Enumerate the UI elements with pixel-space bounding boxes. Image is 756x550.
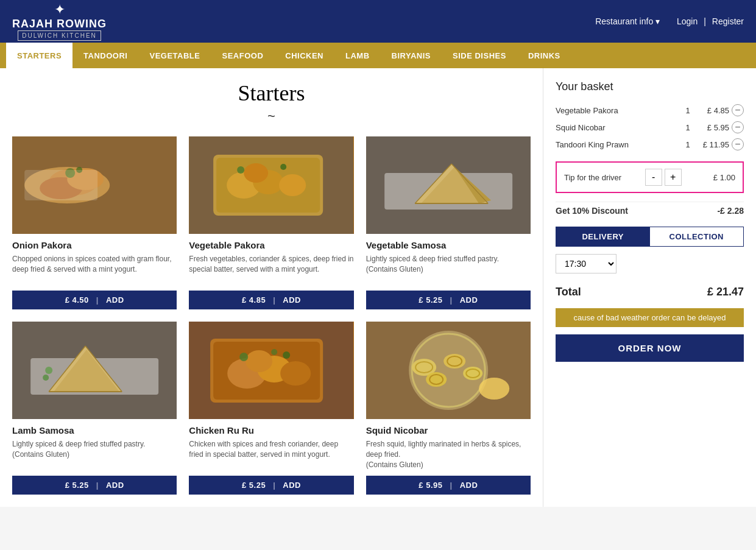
basket-item-price: £ 11.95 xyxy=(699,140,729,149)
nav-item-chicken[interactable]: CHICKEN xyxy=(274,43,334,68)
logo-sub: DULWICH KITCHEN xyxy=(18,30,101,41)
discount-amount: -£ 2.28 xyxy=(717,206,744,216)
delivery-collection-toggle: DELIVERY COLLECTION xyxy=(556,227,744,247)
food-desc-lamb-samosa: Lightly spiced & deep fried stuffed past… xyxy=(12,439,177,470)
nav-item-tandoori[interactable]: TANDOORI xyxy=(72,43,138,68)
food-desc-vegetable-samosa: Lightly spiced & deep fried stuffed past… xyxy=(366,254,531,284)
tip-plus-button[interactable]: + xyxy=(665,169,682,186)
section-title: Starters xyxy=(12,80,531,106)
food-card-squid-nicobar: Squid Nicobar Fresh squid, lightly marin… xyxy=(366,322,531,495)
price-lamb-samosa: £ 5.25 xyxy=(65,481,89,490)
basket-item: Squid Nicobar 1 £ 5.95 − xyxy=(556,119,744,136)
svg-point-33 xyxy=(43,375,49,381)
order-now-button[interactable]: ORDER NOW xyxy=(556,334,744,362)
food-card-chicken-ruru: Chicken Ru Ru Chicken with spices and fr… xyxy=(189,322,353,495)
price-chicken-ruru: £ 5.25 xyxy=(242,481,266,490)
restaurant-info-button[interactable]: Restaurant info ▾ xyxy=(595,16,660,26)
svg-point-43 xyxy=(271,349,277,355)
login-link[interactable]: Login xyxy=(677,16,698,26)
discount-label: Get 10% Discount xyxy=(556,206,628,216)
nav-item-starters[interactable]: STARTERS xyxy=(6,43,72,68)
food-image-vegetable-samosa xyxy=(366,136,531,234)
logo: ✦ RAJAH ROWING DULWICH KITCHEN xyxy=(12,2,107,41)
nav-item-side-dishes[interactable]: SIDE DISHES xyxy=(442,43,517,68)
food-desc-vegetable-pakora: Fresh vegetables, coriander & spices, de… xyxy=(189,254,353,284)
food-card-vegetable-samosa: Vegetable Samosa Lightly spiced & deep f… xyxy=(366,136,531,309)
chevron-down-icon: ▾ xyxy=(655,16,660,26)
svg-point-14 xyxy=(244,163,268,183)
discount-row: Get 10% Discount -£ 2.28 xyxy=(556,202,744,219)
basket-item-remove-button[interactable]: − xyxy=(732,121,744,133)
food-image-lamb-samosa xyxy=(12,322,177,419)
add-button-chicken-ruru[interactable]: £ 5.25 | ADD xyxy=(189,476,353,495)
add-button-vegetable-samosa[interactable]: £ 5.25 | ADD xyxy=(366,291,531,309)
basket-item: Vegetable Pakora 1 £ 4.85 − xyxy=(556,102,744,119)
weather-warning: cause of bad weather order can be delaye… xyxy=(556,308,744,327)
price-vegetable-pakora: £ 4.85 xyxy=(242,295,266,305)
nav-item-vegetable[interactable]: VEGETABLE xyxy=(138,43,211,68)
logo-bird-icon: ✦ xyxy=(54,2,65,18)
food-image-vegetable-pakora xyxy=(189,136,353,234)
register-link[interactable]: Register xyxy=(712,16,744,26)
pipe-divider: | xyxy=(704,16,706,26)
separator: | xyxy=(96,295,99,305)
food-card-vegetable-pakora: Vegetable Pakora Fresh vegetables, coria… xyxy=(189,136,353,309)
restaurant-info-label: Restaurant info xyxy=(595,16,653,26)
add-button-vegetable-pakora[interactable]: £ 4.85 | ADD xyxy=(189,291,353,309)
food-card-onion-pakora: Onion Pakora Chopped onions in spices co… xyxy=(12,136,177,309)
basket-item: Tandoori King Prawn 1 £ 11.95 − xyxy=(556,136,744,153)
food-name-chicken-ruru: Chicken Ru Ru xyxy=(189,425,353,435)
add-button-lamb-samosa[interactable]: £ 5.25 | ADD xyxy=(12,476,177,495)
logo-name: RAJAH ROWING xyxy=(12,18,107,30)
basket-section: Your basket Vegetable Pakora 1 £ 4.85 − … xyxy=(543,68,756,507)
nav-item-seafood[interactable]: SEAFOOD xyxy=(211,43,274,68)
svg-point-55 xyxy=(479,378,509,400)
collection-button[interactable]: COLLECTION xyxy=(650,227,744,246)
food-name-squid-nicobar: Squid Nicobar xyxy=(366,425,531,435)
add-label: ADD xyxy=(460,481,478,490)
food-image-chicken-ruru xyxy=(189,322,353,419)
food-image-squid-nicobar xyxy=(366,322,531,419)
time-selector: 17:00 17:30 18:00 18:30 19:00 xyxy=(556,254,744,273)
tip-minus-button[interactable]: - xyxy=(645,169,662,186)
svg-rect-7 xyxy=(24,170,97,200)
basket-item-qty: 1 xyxy=(682,106,694,115)
separator: | xyxy=(450,481,453,490)
basket-item-qty: 1 xyxy=(682,140,694,149)
header-nav: Restaurant info ▾ Login | Register xyxy=(595,16,744,26)
time-select[interactable]: 17:00 17:30 18:00 18:30 19:00 xyxy=(556,254,616,273)
add-button-onion-pakora[interactable]: £ 4.50 | ADD xyxy=(12,291,177,309)
food-img-svg xyxy=(366,136,531,234)
svg-point-40 xyxy=(246,350,272,372)
add-label: ADD xyxy=(106,481,124,490)
add-label: ADD xyxy=(283,481,301,490)
food-grid: Onion Pakora Chopped onions in spices co… xyxy=(12,136,531,495)
nav-bar: STARTERS TANDOORI VEGETABLE SEAFOOD CHIC… xyxy=(0,43,756,68)
nav-item-drinks[interactable]: DRINKS xyxy=(517,43,571,68)
svg-point-32 xyxy=(45,367,52,374)
food-card-lamb-samosa: Lamb Samosa Lightly spiced & deep fried … xyxy=(12,322,177,495)
add-button-squid-nicobar[interactable]: £ 5.95 | ADD xyxy=(366,476,531,495)
tip-section: Tip for the driver - + £ 1.00 xyxy=(556,161,744,193)
main-content: Starters ~ Onion Pakora xyxy=(0,68,756,507)
svg-point-15 xyxy=(237,166,244,174)
tip-controls: - + xyxy=(645,169,682,186)
food-name-onion-pakora: Onion Pakora xyxy=(12,240,177,250)
svg-point-42 xyxy=(283,351,290,359)
tip-label: Tip for the driver xyxy=(564,173,621,182)
nav-item-lamb[interactable]: LAMB xyxy=(334,43,381,68)
separator: | xyxy=(273,481,275,490)
food-img-svg xyxy=(12,322,177,419)
basket-item-price: £ 5.95 xyxy=(699,123,729,132)
food-image-onion-pakora xyxy=(12,136,177,234)
svg-point-39 xyxy=(280,361,311,386)
basket-item-remove-button[interactable]: − xyxy=(732,104,744,116)
svg-point-41 xyxy=(239,353,248,361)
basket-title: Your basket xyxy=(556,80,744,93)
basket-item-price: £ 4.85 xyxy=(699,106,729,115)
nav-item-biryanis[interactable]: BIRYANIS xyxy=(381,43,442,68)
food-desc-onion-pakora: Chopped onions in spices coated with gra… xyxy=(12,254,177,284)
delivery-button[interactable]: DELIVERY xyxy=(556,227,650,246)
food-desc-chicken-ruru: Chicken with spices and fresh coriander,… xyxy=(189,439,353,470)
basket-item-remove-button[interactable]: − xyxy=(732,138,744,150)
